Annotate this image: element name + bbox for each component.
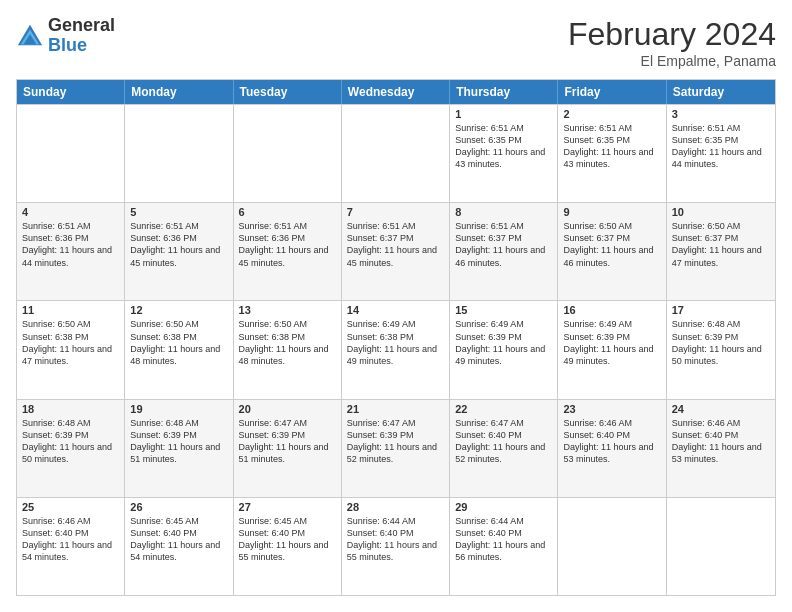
logo: General Blue [16, 16, 115, 56]
day-number: 15 [455, 304, 552, 316]
month-year: February 2024 [568, 16, 776, 53]
day-info: Sunrise: 6:50 AMSunset: 6:37 PMDaylight:… [563, 220, 660, 269]
week-row-4: 18Sunrise: 6:48 AMSunset: 6:39 PMDayligh… [17, 399, 775, 497]
day-info: Sunrise: 6:49 AMSunset: 6:39 PMDaylight:… [563, 318, 660, 367]
day-number: 18 [22, 403, 119, 415]
day-info: Sunrise: 6:51 AMSunset: 6:37 PMDaylight:… [347, 220, 444, 269]
day-number: 23 [563, 403, 660, 415]
day-info: Sunrise: 6:44 AMSunset: 6:40 PMDaylight:… [347, 515, 444, 564]
day-number: 11 [22, 304, 119, 316]
cell-w5-d4: 28Sunrise: 6:44 AMSunset: 6:40 PMDayligh… [342, 498, 450, 595]
day-info: Sunrise: 6:50 AMSunset: 6:38 PMDaylight:… [22, 318, 119, 367]
cell-w1-d1 [17, 105, 125, 202]
day-info: Sunrise: 6:50 AMSunset: 6:38 PMDaylight:… [130, 318, 227, 367]
col-sunday: Sunday [17, 80, 125, 104]
day-info: Sunrise: 6:51 AMSunset: 6:35 PMDaylight:… [563, 122, 660, 171]
col-tuesday: Tuesday [234, 80, 342, 104]
day-number: 2 [563, 108, 660, 120]
day-number: 14 [347, 304, 444, 316]
cell-w4-d2: 19Sunrise: 6:48 AMSunset: 6:39 PMDayligh… [125, 400, 233, 497]
day-info: Sunrise: 6:51 AMSunset: 6:36 PMDaylight:… [130, 220, 227, 269]
page: General Blue February 2024 El Empalme, P… [0, 0, 792, 612]
day-number: 28 [347, 501, 444, 513]
cell-w2-d2: 5Sunrise: 6:51 AMSunset: 6:36 PMDaylight… [125, 203, 233, 300]
day-number: 22 [455, 403, 552, 415]
day-info: Sunrise: 6:51 AMSunset: 6:36 PMDaylight:… [22, 220, 119, 269]
day-number: 20 [239, 403, 336, 415]
col-monday: Monday [125, 80, 233, 104]
cell-w1-d3 [234, 105, 342, 202]
day-number: 6 [239, 206, 336, 218]
day-info: Sunrise: 6:48 AMSunset: 6:39 PMDaylight:… [130, 417, 227, 466]
calendar-header: Sunday Monday Tuesday Wednesday Thursday… [17, 80, 775, 104]
col-wednesday: Wednesday [342, 80, 450, 104]
day-number: 25 [22, 501, 119, 513]
title-block: February 2024 El Empalme, Panama [568, 16, 776, 69]
cell-w2-d6: 9Sunrise: 6:50 AMSunset: 6:37 PMDaylight… [558, 203, 666, 300]
day-info: Sunrise: 6:51 AMSunset: 6:37 PMDaylight:… [455, 220, 552, 269]
cell-w2-d5: 8Sunrise: 6:51 AMSunset: 6:37 PMDaylight… [450, 203, 558, 300]
cell-w5-d6 [558, 498, 666, 595]
day-number: 1 [455, 108, 552, 120]
cell-w3-d1: 11Sunrise: 6:50 AMSunset: 6:38 PMDayligh… [17, 301, 125, 398]
cell-w5-d2: 26Sunrise: 6:45 AMSunset: 6:40 PMDayligh… [125, 498, 233, 595]
col-thursday: Thursday [450, 80, 558, 104]
col-saturday: Saturday [667, 80, 775, 104]
cell-w4-d4: 21Sunrise: 6:47 AMSunset: 6:39 PMDayligh… [342, 400, 450, 497]
cell-w3-d6: 16Sunrise: 6:49 AMSunset: 6:39 PMDayligh… [558, 301, 666, 398]
logo-blue: Blue [48, 35, 87, 55]
day-info: Sunrise: 6:46 AMSunset: 6:40 PMDaylight:… [563, 417, 660, 466]
day-number: 19 [130, 403, 227, 415]
day-number: 3 [672, 108, 770, 120]
cell-w2-d3: 6Sunrise: 6:51 AMSunset: 6:36 PMDaylight… [234, 203, 342, 300]
day-info: Sunrise: 6:44 AMSunset: 6:40 PMDaylight:… [455, 515, 552, 564]
day-number: 5 [130, 206, 227, 218]
cell-w5-d1: 25Sunrise: 6:46 AMSunset: 6:40 PMDayligh… [17, 498, 125, 595]
day-info: Sunrise: 6:47 AMSunset: 6:40 PMDaylight:… [455, 417, 552, 466]
day-number: 10 [672, 206, 770, 218]
day-info: Sunrise: 6:48 AMSunset: 6:39 PMDaylight:… [672, 318, 770, 367]
day-number: 29 [455, 501, 552, 513]
day-number: 26 [130, 501, 227, 513]
cell-w2-d7: 10Sunrise: 6:50 AMSunset: 6:37 PMDayligh… [667, 203, 775, 300]
day-number: 21 [347, 403, 444, 415]
day-info: Sunrise: 6:51 AMSunset: 6:36 PMDaylight:… [239, 220, 336, 269]
cell-w3-d7: 17Sunrise: 6:48 AMSunset: 6:39 PMDayligh… [667, 301, 775, 398]
header: General Blue February 2024 El Empalme, P… [16, 16, 776, 69]
cell-w5-d5: 29Sunrise: 6:44 AMSunset: 6:40 PMDayligh… [450, 498, 558, 595]
day-info: Sunrise: 6:45 AMSunset: 6:40 PMDaylight:… [130, 515, 227, 564]
day-info: Sunrise: 6:49 AMSunset: 6:39 PMDaylight:… [455, 318, 552, 367]
cell-w1-d2 [125, 105, 233, 202]
day-info: Sunrise: 6:47 AMSunset: 6:39 PMDaylight:… [239, 417, 336, 466]
day-number: 17 [672, 304, 770, 316]
day-info: Sunrise: 6:50 AMSunset: 6:37 PMDaylight:… [672, 220, 770, 269]
day-number: 4 [22, 206, 119, 218]
calendar: Sunday Monday Tuesday Wednesday Thursday… [16, 79, 776, 596]
cell-w5-d7 [667, 498, 775, 595]
logo-icon [16, 22, 44, 50]
cell-w3-d3: 13Sunrise: 6:50 AMSunset: 6:38 PMDayligh… [234, 301, 342, 398]
cell-w1-d5: 1Sunrise: 6:51 AMSunset: 6:35 PMDaylight… [450, 105, 558, 202]
cell-w3-d5: 15Sunrise: 6:49 AMSunset: 6:39 PMDayligh… [450, 301, 558, 398]
day-number: 7 [347, 206, 444, 218]
cell-w4-d1: 18Sunrise: 6:48 AMSunset: 6:39 PMDayligh… [17, 400, 125, 497]
cell-w1-d4 [342, 105, 450, 202]
day-info: Sunrise: 6:50 AMSunset: 6:38 PMDaylight:… [239, 318, 336, 367]
col-friday: Friday [558, 80, 666, 104]
calendar-body: 1Sunrise: 6:51 AMSunset: 6:35 PMDaylight… [17, 104, 775, 595]
cell-w1-d6: 2Sunrise: 6:51 AMSunset: 6:35 PMDaylight… [558, 105, 666, 202]
cell-w4-d6: 23Sunrise: 6:46 AMSunset: 6:40 PMDayligh… [558, 400, 666, 497]
day-info: Sunrise: 6:46 AMSunset: 6:40 PMDaylight:… [22, 515, 119, 564]
week-row-2: 4Sunrise: 6:51 AMSunset: 6:36 PMDaylight… [17, 202, 775, 300]
week-row-3: 11Sunrise: 6:50 AMSunset: 6:38 PMDayligh… [17, 300, 775, 398]
day-info: Sunrise: 6:48 AMSunset: 6:39 PMDaylight:… [22, 417, 119, 466]
cell-w2-d1: 4Sunrise: 6:51 AMSunset: 6:36 PMDaylight… [17, 203, 125, 300]
cell-w4-d3: 20Sunrise: 6:47 AMSunset: 6:39 PMDayligh… [234, 400, 342, 497]
week-row-1: 1Sunrise: 6:51 AMSunset: 6:35 PMDaylight… [17, 104, 775, 202]
cell-w5-d3: 27Sunrise: 6:45 AMSunset: 6:40 PMDayligh… [234, 498, 342, 595]
logo-general: General [48, 15, 115, 35]
cell-w3-d2: 12Sunrise: 6:50 AMSunset: 6:38 PMDayligh… [125, 301, 233, 398]
cell-w4-d7: 24Sunrise: 6:46 AMSunset: 6:40 PMDayligh… [667, 400, 775, 497]
cell-w3-d4: 14Sunrise: 6:49 AMSunset: 6:38 PMDayligh… [342, 301, 450, 398]
day-number: 12 [130, 304, 227, 316]
